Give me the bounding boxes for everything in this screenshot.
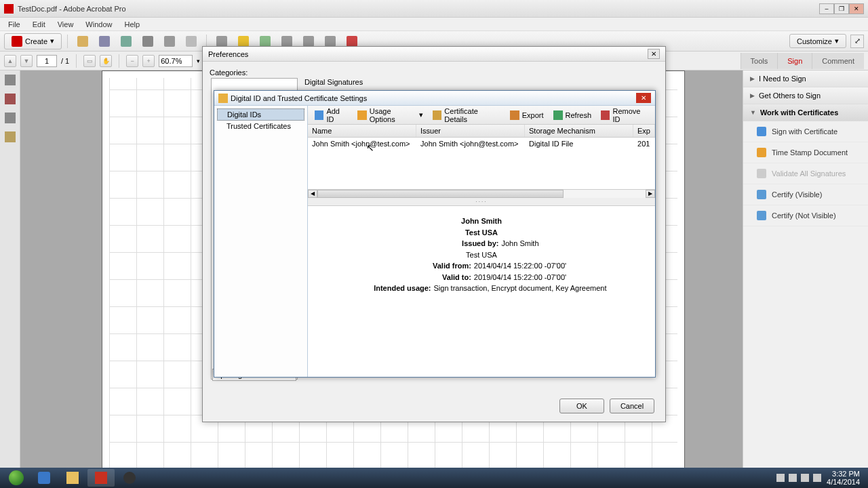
item-timestamp[interactable]: Time Stamp Document <box>743 142 868 163</box>
signature-panel-icon[interactable] <box>5 131 16 142</box>
tray-icon[interactable] <box>801 474 809 482</box>
save-icon <box>99 36 110 47</box>
col-exp[interactable]: Exp <box>633 125 655 137</box>
zoom-out-button[interactable]: − <box>126 55 138 67</box>
zoom-select[interactable] <box>159 55 193 67</box>
section-need-to-sign[interactable]: ▶I Need to Sign <box>743 70 868 87</box>
scroll-left-button[interactable]: ◀ <box>308 190 317 198</box>
tab-tools[interactable]: Tools <box>741 53 778 69</box>
item-certify-invisible[interactable]: Certify (Not Visible) <box>743 205 868 226</box>
right-panel: ▶I Need to Sign ▶Get Others to Sign ▼Wor… <box>743 70 868 468</box>
export-button[interactable]: Export <box>506 108 548 122</box>
tab-comment[interactable]: Comment <box>812 53 864 69</box>
dropdown-icon: ▾ <box>835 37 839 45</box>
menu-view[interactable]: View <box>52 19 79 30</box>
clock[interactable]: 3:32 PM 4/14/2014 <box>827 470 860 486</box>
cert-table-row[interactable]: John Smith <john@test.com> John Smith <j… <box>308 138 655 150</box>
preferences-title: Preferences <box>208 50 248 58</box>
export-icon <box>510 110 519 120</box>
left-tool-strip <box>0 70 20 468</box>
scroll-right-button[interactable]: ▶ <box>646 190 655 198</box>
edit-button[interactable] <box>160 34 179 49</box>
preferences-close-button[interactable]: ✕ <box>648 49 660 59</box>
bookmark-icon[interactable] <box>5 94 16 104</box>
menu-edit[interactable]: Edit <box>27 19 51 30</box>
ribbon-icon <box>757 211 766 220</box>
mail-icon <box>186 36 197 47</box>
cert-detail-pane: John Smith Test USA Issued by: John Smit… <box>308 206 655 377</box>
select-tool[interactable]: ▭ <box>83 55 96 67</box>
speech-icon <box>238 36 249 47</box>
attachment-icon[interactable] <box>5 113 16 123</box>
btn-label: Refresh <box>566 111 592 119</box>
splitter[interactable] <box>308 198 655 206</box>
cloud-button[interactable] <box>117 34 136 49</box>
add-id-button[interactable]: Add ID <box>311 105 352 125</box>
scroll-track[interactable] <box>317 190 646 198</box>
usage-options-button[interactable]: Usage Options▾ <box>353 105 427 125</box>
cancel-button[interactable]: Cancel <box>610 399 654 413</box>
start-button[interactable] <box>3 469 30 487</box>
customize-button[interactable]: Customize ▾ <box>789 34 846 48</box>
page-input[interactable] <box>37 55 57 67</box>
task-ie[interactable] <box>31 469 58 487</box>
cert-close-button[interactable]: ✕ <box>636 93 651 103</box>
item-label: Validate All Signatures <box>772 169 846 178</box>
usage-value: Sign transaction, Encrypt document, Key … <box>434 283 607 294</box>
tree-digital-ids[interactable]: Digital IDs <box>217 108 304 121</box>
cert-tree: Digital IDs Trusted Certificates <box>214 106 308 377</box>
tray-icon[interactable] <box>813 474 821 482</box>
page-up-button[interactable]: ▲ <box>4 55 16 67</box>
section-label: I Need to Sign <box>759 75 806 83</box>
item-label: Certify (Visible) <box>772 190 822 199</box>
pages-icon[interactable] <box>5 75 16 85</box>
email-button[interactable] <box>182 34 201 49</box>
windows-icon <box>9 470 24 485</box>
ok-button[interactable]: OK <box>559 399 604 413</box>
task-acrobat[interactable] <box>87 469 115 487</box>
tray-icon[interactable] <box>789 474 797 482</box>
print-button[interactable] <box>138 34 157 49</box>
menu-help[interactable]: Help <box>119 19 145 30</box>
cell-exp: 201 <box>633 138 655 150</box>
time: 3:32 PM <box>827 470 860 478</box>
create-button[interactable]: Create ▾ <box>4 33 62 49</box>
doc-icon <box>303 36 314 47</box>
cell-issuer: John Smith <john@test.com> <box>416 138 525 150</box>
horizontal-scrollbar[interactable]: ◀ ▶ <box>308 190 655 198</box>
remove-id-button[interactable]: Remove ID <box>597 105 652 125</box>
maximize-button[interactable]: ❐ <box>834 3 849 14</box>
section-work-certs[interactable]: ▼Work with Certificates <box>743 104 868 121</box>
col-storage[interactable]: Storage Mechanism <box>525 125 633 137</box>
categories-label: Categories: <box>210 68 658 77</box>
close-button[interactable]: ✕ <box>849 3 864 14</box>
task-explorer[interactable] <box>59 469 86 487</box>
menubar: File Edit View Window Help <box>0 18 868 31</box>
refresh-button[interactable]: Refresh <box>549 108 596 122</box>
tree-trusted-certs[interactable]: Trusted Certificates <box>217 121 304 131</box>
zoom-in-button[interactable]: + <box>142 55 155 67</box>
task-app[interactable] <box>116 469 143 487</box>
cert-details-button[interactable]: Certificate Details <box>429 105 505 125</box>
section-get-others[interactable]: ▶Get Others to Sign <box>743 87 868 104</box>
col-name[interactable]: Name <box>308 125 416 137</box>
open-button[interactable] <box>73 34 92 49</box>
hand-tool[interactable]: ✋ <box>100 55 112 67</box>
menu-window[interactable]: Window <box>80 19 117 30</box>
expand-button[interactable]: ⤢ <box>850 35 864 48</box>
validate-icon <box>757 169 766 178</box>
tab-sign[interactable]: Sign <box>777 53 812 69</box>
tray-icon[interactable] <box>776 474 785 482</box>
btn-label: Export <box>522 111 544 119</box>
chevron-right-icon: ▶ <box>750 75 755 82</box>
lock-icon <box>218 94 228 103</box>
page-down-button[interactable]: ▼ <box>20 55 33 67</box>
item-certify-visible[interactable]: Certify (Visible) <box>743 184 868 205</box>
col-issuer[interactable]: Issuer <box>416 125 525 137</box>
item-sign-certificate[interactable]: Sign with Certificate <box>743 121 868 142</box>
minimize-button[interactable]: – <box>819 3 834 14</box>
save-button[interactable] <box>95 34 114 49</box>
menu-file[interactable]: File <box>3 19 26 30</box>
scroll-thumb[interactable] <box>317 190 564 198</box>
edit-icon <box>164 36 175 47</box>
